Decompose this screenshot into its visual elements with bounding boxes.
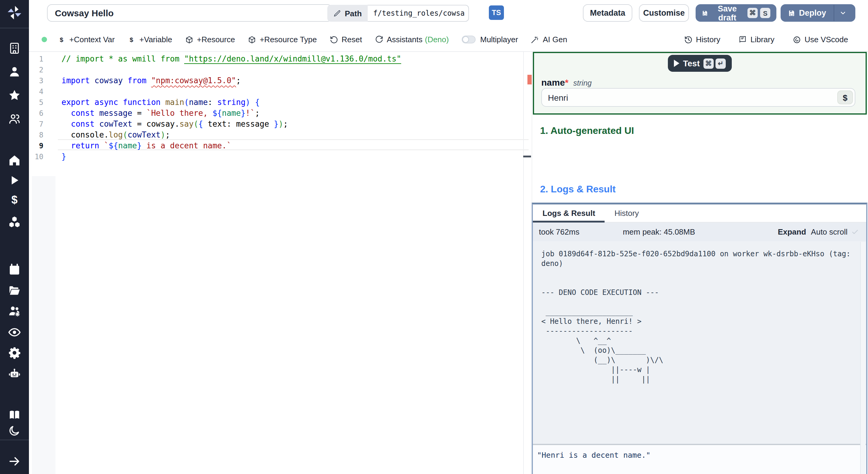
code-line[interactable]: 7 const cowText = cowsay.say({ text: mes…: [29, 119, 523, 130]
line-number: 3: [29, 77, 43, 85]
auto-scroll-toggle[interactable]: Auto scroll: [811, 227, 847, 236]
sidebar-item-folder[interactable]: [8, 284, 21, 297]
code-line[interactable]: 5export async function main(name: string…: [29, 97, 523, 108]
line-number: 6: [29, 109, 43, 118]
edit-path-button[interactable]: Path: [327, 5, 368, 22]
arg-label: name * string: [541, 77, 592, 87]
save-draft-button[interactable]: Save draft ⌘S: [695, 4, 776, 22]
expand-button[interactable]: Expand: [778, 227, 806, 236]
pencil-icon: [333, 9, 341, 17]
code-line[interactable]: 4: [29, 86, 523, 97]
toolbar-item-history[interactable]: History: [684, 35, 720, 44]
history-icon: [684, 35, 692, 44]
sidebar-item-book[interactable]: [8, 408, 21, 421]
test-button[interactable]: Test ⌘↵: [668, 55, 732, 72]
sidebar-item-boxes[interactable]: [8, 215, 21, 229]
toolbar-item-use-vscode[interactable]: Use VScode: [792, 35, 848, 44]
toolbar-item-label: Assistants: [387, 35, 423, 44]
code-text: const message = `Hello there, ${name}!`;: [61, 108, 260, 119]
toolbar-item-label: Reset: [341, 35, 362, 44]
code-text: const cowText = cowsay.say({ text: messa…: [61, 119, 288, 130]
code-line[interactable]: 2: [29, 64, 523, 76]
arrow-right-icon: [8, 455, 21, 468]
boxes-icon: [8, 215, 21, 229]
multiplayer-toggle[interactable]: [461, 36, 475, 43]
customise-button[interactable]: Customise: [639, 4, 689, 22]
error-marker: [527, 75, 532, 84]
code-line[interactable]: 8 console.log(cowText);: [29, 130, 523, 141]
sidebar-item-users[interactable]: [8, 112, 21, 125]
tab-logs-result[interactable]: Logs & Result: [533, 204, 605, 222]
sidebar-item-moon[interactable]: [8, 424, 21, 437]
preview-panel: Test ⌘↵ name * string $ 1. Auto-generate…: [532, 52, 868, 474]
connection-status-dot: [41, 37, 47, 42]
sidebar-item-star[interactable]: [8, 89, 21, 102]
sidebar-item-arrow-right[interactable]: [8, 455, 21, 468]
sidebar-item-gear[interactable]: [8, 346, 21, 359]
toolbar-item-ai-gen[interactable]: AI Gen: [531, 35, 567, 44]
sidebar-item-dollar-big[interactable]: [8, 194, 21, 207]
folder-icon: [8, 284, 21, 297]
sidebar-item-user[interactable]: [8, 65, 21, 79]
sidebar: [0, 0, 29, 474]
deploy-label: Deploy: [799, 8, 826, 18]
users-cog-icon: [8, 304, 21, 318]
line-number: 9: [29, 142, 43, 150]
metadata-button[interactable]: Metadata: [583, 4, 632, 22]
code-text: return `${name} is a decent name.`: [61, 141, 231, 151]
windmill-logo-icon[interactable]: [7, 5, 22, 21]
sidebar-item-building[interactable]: [8, 41, 21, 55]
sidebar-item-bot[interactable]: [8, 367, 21, 381]
users-icon: [8, 112, 21, 125]
toolbar-item-label: AI Gen: [543, 35, 567, 44]
code-line[interactable]: 1// import * as wmill from "https://deno…: [29, 54, 523, 64]
toolbar-item-resource[interactable]: +Resource: [185, 35, 235, 44]
play-icon: [674, 60, 679, 67]
tab-history[interactable]: History: [605, 204, 649, 222]
vscode-icon: [792, 35, 801, 44]
typescript-badge: TS: [489, 5, 504, 20]
sidebar-item-calendar[interactable]: [8, 263, 21, 276]
script-path-value[interactable]: f/testing_roles/cowsa: [368, 5, 469, 22]
sidebar-item-users-cog[interactable]: [8, 304, 21, 318]
sidebar-item-home[interactable]: [8, 154, 21, 167]
test-shortcut: ⌘↵: [704, 58, 726, 68]
arg-type: string: [573, 79, 592, 87]
line-number: 5: [29, 98, 43, 107]
wand-icon: [531, 35, 539, 44]
logs-scrollbar[interactable]: [860, 242, 866, 474]
deploy-button[interactable]: Deploy: [781, 4, 855, 22]
toolbar-item-assistants-deno[interactable]: Assistants (Deno): [375, 35, 449, 44]
line-number: 2: [29, 66, 43, 74]
dollar-big-icon: [8, 194, 21, 207]
sidebar-item-play[interactable]: [8, 174, 21, 187]
kbd-badge: ↵: [715, 58, 726, 68]
code-text: // import * as wmill from "https://deno.…: [61, 54, 401, 64]
play-icon: [8, 174, 21, 187]
deploy-dropdown-button[interactable]: [834, 9, 852, 17]
code-line[interactable]: 9 return `${name} is a decent name.`: [29, 141, 523, 151]
toolbar-item-label: Library: [750, 35, 775, 44]
toolbar-item-variable[interactable]: +Variable: [127, 35, 173, 44]
code-line[interactable]: 6 const message = `Hello there, ${name}!…: [29, 108, 523, 119]
code-editor[interactable]: 1// import * as wmill from "https://deno…: [29, 52, 532, 474]
save-draft-label: Save draft: [712, 4, 743, 22]
check-icon: [851, 228, 859, 236]
toolbar-item-resource-type[interactable]: +Resource Type: [248, 35, 317, 44]
toolbar-item-library[interactable]: Library: [738, 35, 775, 44]
toolbar-item-reset[interactable]: Reset: [330, 35, 362, 44]
memory-peak: mem peak: 45.08MB: [623, 227, 695, 236]
kbd-badge: ⌘: [704, 58, 714, 68]
script-title-input[interactable]: [47, 4, 332, 22]
sidebar-item-eye[interactable]: [8, 326, 21, 339]
library-icon: [738, 35, 747, 44]
insert-variable-button[interactable]: $: [837, 90, 853, 104]
gutter-background: [32, 176, 56, 474]
code-line[interactable]: 3import cowsay from "npm:cowsay@1.5.0";: [29, 76, 523, 86]
refresh-icon: [375, 35, 383, 44]
run-status-row: took 762ms mem peak: 45.08MB Expand Auto…: [533, 223, 866, 241]
toolbar-item-context-var[interactable]: +Context Var: [57, 35, 115, 44]
name-arg-input[interactable]: [541, 88, 855, 107]
test-label: Test: [683, 59, 700, 68]
code-line[interactable]: 10}: [29, 151, 523, 162]
